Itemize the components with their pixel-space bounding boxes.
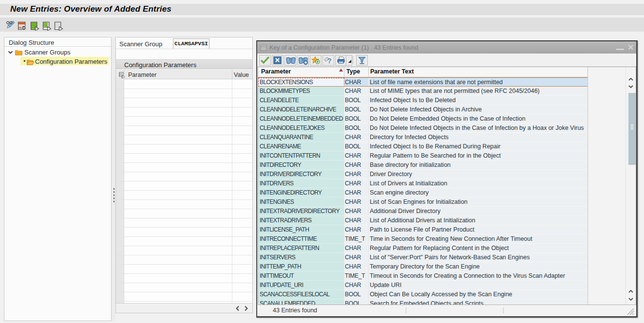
svg-text:?: ? <box>327 57 332 65</box>
